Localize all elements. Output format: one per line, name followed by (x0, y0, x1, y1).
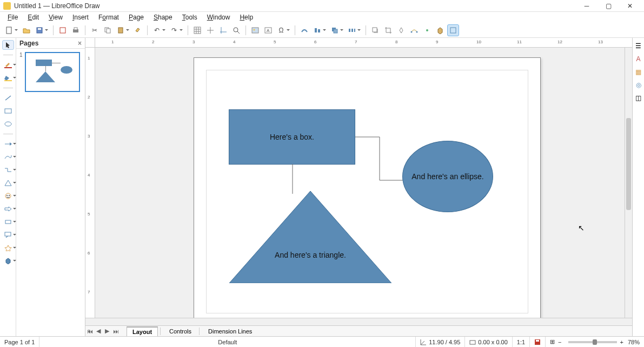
menu-format[interactable]: Format (94, 12, 123, 22)
zoom-in-button[interactable]: + (620, 339, 623, 345)
filter-button[interactable] (395, 24, 407, 36)
vertical-scrollbar[interactable] (625, 48, 632, 318)
fit-page-icon[interactable]: ⊞ (550, 338, 555, 345)
line-color-tool[interactable] (2, 60, 14, 70)
drawing-viewport[interactable]: Here's a box. And here's an ellipse. And… (95, 48, 625, 318)
connector-rect-to-triangle[interactable] (291, 164, 294, 194)
menu-view[interactable]: View (44, 12, 67, 22)
close-window-button[interactable]: ✕ (619, 0, 641, 12)
page-thumbnail[interactable] (25, 52, 80, 92)
flowchart-tool[interactable] (2, 217, 14, 227)
svg-line-39 (5, 96, 11, 100)
minimize-button[interactable]: ─ (576, 0, 597, 12)
svg-rect-25 (318, 29, 320, 32)
undo-button[interactable]: ↶ (151, 24, 163, 36)
grid-button[interactable] (191, 24, 203, 36)
pages-panel: Pages × 1 (16, 38, 85, 336)
copy-button[interactable] (102, 24, 114, 36)
symbol-shapes-tool[interactable] (2, 191, 14, 201)
vertical-ruler[interactable]: 12345678 (85, 48, 95, 318)
sidebar-styles-icon[interactable]: A (636, 55, 640, 63)
drawing-toolbar (0, 38, 16, 336)
zoom-button[interactable] (230, 24, 242, 36)
insert-textbox-button[interactable]: A (262, 24, 274, 36)
ellipse-shape[interactable]: And here's an ellipse. (402, 141, 493, 212)
tab-nav-last[interactable]: ⏭ (111, 328, 120, 335)
new-button[interactable] (3, 24, 15, 36)
zoom-out-button[interactable]: − (558, 339, 561, 345)
curves-tool[interactable] (2, 152, 14, 162)
ellipse-tool[interactable] (2, 119, 14, 129)
pages-panel-close-icon[interactable]: × (78, 40, 82, 47)
open-button[interactable] (21, 24, 32, 36)
distribute-button[interactable] (346, 24, 358, 36)
redo-button[interactable]: ↷ (168, 24, 180, 36)
line-tool[interactable] (2, 93, 14, 103)
status-page[interactable]: Page 1 of 1 (0, 337, 39, 347)
svg-rect-47 (5, 232, 11, 236)
horizontal-ruler[interactable]: 12345678910111213 (85, 38, 632, 48)
paste-button[interactable] (115, 24, 127, 36)
snap-button[interactable] (204, 24, 216, 36)
standard-toolbar: ✂ ↶ ↷ A Ω (0, 23, 644, 38)
fontwork-button[interactable] (298, 24, 310, 36)
points-button[interactable] (408, 24, 420, 36)
align-objects-button[interactable] (311, 24, 323, 36)
triangle-shape[interactable] (229, 191, 391, 283)
toolbar-separator (53, 25, 54, 35)
tab-layout[interactable]: Layout (127, 326, 158, 336)
3d-objects-tool[interactable] (2, 256, 14, 266)
shadow-button[interactable] (369, 24, 381, 36)
arrange-button[interactable] (329, 24, 341, 36)
stars-tool[interactable] (2, 243, 14, 253)
fill-color-tool[interactable] (2, 73, 14, 83)
rectangle-shape[interactable]: Here's a box. (229, 109, 355, 165)
connector-rect-to-ellipse[interactable] (355, 136, 404, 181)
menu-page[interactable]: Page (124, 12, 148, 22)
status-bar: Page 1 of 1 Default 11.90 / 4.95 0.00 x … (0, 336, 644, 347)
insert-special-char-button[interactable]: Ω (275, 24, 287, 36)
window-title: Untitled 1 — LibreOffice Draw (14, 2, 576, 10)
insert-image-button[interactable] (249, 24, 261, 36)
export-pdf-button[interactable] (57, 24, 69, 36)
clone-format-button[interactable] (132, 24, 144, 36)
cut-button[interactable]: ✂ (89, 24, 101, 36)
sidebar-gallery-icon[interactable]: ▦ (635, 68, 641, 76)
rectangle-tool[interactable] (2, 106, 14, 116)
sidebar-navigator-icon[interactable]: ◎ (636, 81, 641, 89)
sidebar-properties-icon[interactable]: ☰ (635, 42, 641, 50)
menu-shape[interactable]: Shape (149, 12, 177, 22)
guides-button[interactable] (217, 24, 229, 36)
menu-file[interactable]: File (3, 12, 22, 22)
select-tool[interactable] (2, 40, 14, 50)
status-style[interactable]: Default (39, 337, 416, 347)
basic-shapes-tool[interactable] (2, 178, 14, 188)
save-button[interactable] (34, 24, 45, 36)
horizontal-scrollbar[interactable] (85, 318, 632, 325)
draw-functions-button[interactable] (447, 24, 459, 36)
toolbar-separator (188, 25, 188, 35)
crop-button[interactable] (382, 24, 394, 36)
arrows-tool[interactable] (2, 139, 14, 149)
tab-controls[interactable]: Controls (164, 327, 197, 336)
callout-tool[interactable] (2, 230, 14, 240)
tab-nav-next[interactable]: ▶ (103, 328, 111, 335)
gluepoints-button[interactable] (421, 24, 433, 36)
connectors-tool[interactable] (2, 165, 14, 175)
extrusion-button[interactable] (434, 24, 446, 36)
tab-nav-prev[interactable]: ◀ (94, 328, 103, 335)
menu-window[interactable]: Window (203, 12, 235, 22)
status-save-indicator-icon[interactable] (530, 337, 546, 347)
status-scale[interactable]: 1:1 (513, 337, 530, 347)
print-button[interactable] (70, 24, 82, 36)
tab-dimension-lines[interactable]: Dimension Lines (203, 327, 257, 336)
menu-edit[interactable]: Edit (23, 12, 43, 22)
menu-tools[interactable]: Tools (178, 12, 202, 22)
maximize-button[interactable]: ▢ (597, 0, 619, 12)
menu-help[interactable]: Help (235, 12, 257, 22)
zoom-slider[interactable] (568, 341, 617, 343)
sidebar-shapes-icon[interactable]: ◫ (635, 94, 641, 102)
menu-insert[interactable]: Insert (68, 12, 93, 22)
zoom-level[interactable]: 78% (628, 339, 640, 345)
block-arrows-tool[interactable] (2, 204, 14, 214)
